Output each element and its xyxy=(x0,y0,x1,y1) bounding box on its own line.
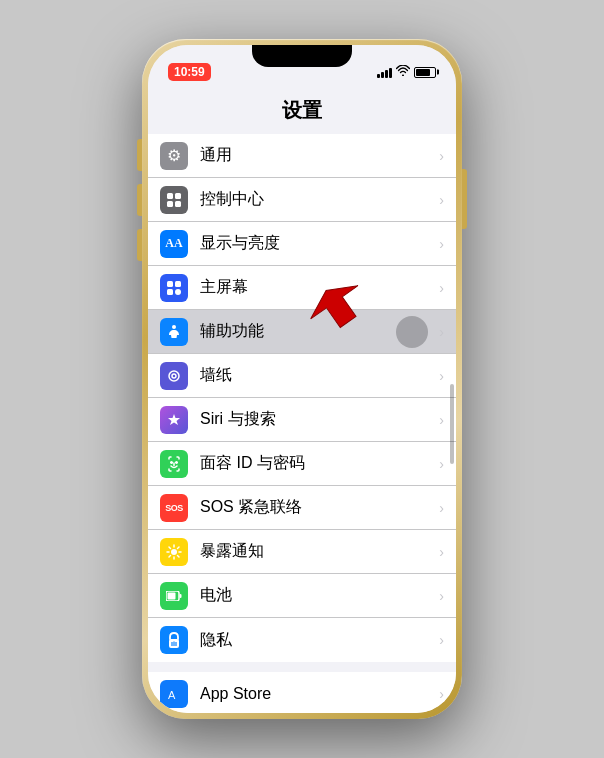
display-chevron: › xyxy=(439,236,444,252)
face-id-chevron: › xyxy=(439,456,444,472)
display-icon: AA xyxy=(160,230,188,258)
settings-row-exposure[interactable]: 暴露通知 › xyxy=(148,530,456,574)
siri-chevron: › xyxy=(439,412,444,428)
home-screen-label: 主屏幕 xyxy=(200,277,435,298)
settings-row-battery[interactable]: 电池 › xyxy=(148,574,456,618)
settings-row-sos[interactable]: SOS SOS 紧急联络 › xyxy=(148,486,456,530)
exposure-chevron: › xyxy=(439,544,444,560)
svg-line-21 xyxy=(169,555,171,557)
battery-settings-icon xyxy=(160,582,188,610)
general-label: 通用 xyxy=(200,145,435,166)
svg-point-7 xyxy=(175,289,181,295)
scroll-indicator xyxy=(450,384,454,464)
wifi-icon xyxy=(396,65,410,79)
privacy-icon xyxy=(160,626,188,654)
svg-rect-3 xyxy=(175,201,181,207)
app-store-icon: A xyxy=(160,680,188,708)
home-screen-icon xyxy=(160,274,188,302)
settings-row-general[interactable]: ⚙ 通用 › xyxy=(148,134,456,178)
privacy-chevron: › xyxy=(439,632,444,648)
phone-screen: 10:59 xyxy=(148,45,456,713)
group-spacer-1 xyxy=(148,662,456,672)
settings-group-1: ⚙ 通用 › 控制中心 › xyxy=(148,134,456,662)
phone-frame: 10:59 xyxy=(142,39,462,719)
wallpaper-chevron: › xyxy=(439,368,444,384)
svg-rect-4 xyxy=(167,281,173,287)
accessibility-chevron: › xyxy=(439,324,444,340)
notch xyxy=(252,45,352,67)
status-time: 10:59 xyxy=(168,63,211,81)
settings-row-app-store[interactable]: A App Store › xyxy=(148,672,456,713)
app-store-chevron: › xyxy=(439,686,444,702)
privacy-label: 隐私 xyxy=(200,630,435,651)
exposure-icon xyxy=(160,538,188,566)
svg-line-19 xyxy=(178,555,180,557)
battery-icon xyxy=(414,67,436,78)
svg-rect-0 xyxy=(167,193,173,199)
svg-text:A: A xyxy=(168,689,176,701)
page-title: 设置 xyxy=(148,89,456,134)
battery-label: 电池 xyxy=(200,585,435,606)
settings-row-siri[interactable]: Siri 与搜索 › xyxy=(148,398,456,442)
siri-label: Siri 与搜索 xyxy=(200,409,435,430)
svg-point-8 xyxy=(172,325,176,329)
accessibility-icon xyxy=(160,318,188,346)
svg-point-13 xyxy=(171,549,177,555)
settings-row-face-id[interactable]: 面容 ID 与密码 › xyxy=(148,442,456,486)
svg-point-10 xyxy=(172,374,176,378)
control-center-label: 控制中心 xyxy=(200,189,435,210)
control-center-icon xyxy=(160,186,188,214)
siri-icon xyxy=(160,406,188,434)
battery-chevron: › xyxy=(439,588,444,604)
settings-row-display[interactable]: AA 显示与亮度 › xyxy=(148,222,456,266)
status-icons xyxy=(377,65,436,79)
settings-row-home-screen[interactable]: 主屏幕 › xyxy=(148,266,456,310)
svg-rect-24 xyxy=(180,594,182,598)
sos-label: SOS 紧急联络 xyxy=(200,497,435,518)
status-bar: 10:59 xyxy=(148,45,456,89)
wallpaper-label: 墙纸 xyxy=(200,365,435,386)
svg-rect-2 xyxy=(167,201,173,207)
wallpaper-icon xyxy=(160,362,188,390)
svg-line-18 xyxy=(169,547,171,549)
signal-icon xyxy=(377,66,392,78)
settings-row-control-center[interactable]: 控制中心 › xyxy=(148,178,456,222)
exposure-label: 暴露通知 xyxy=(200,541,435,562)
svg-rect-1 xyxy=(175,193,181,199)
home-screen-chevron: › xyxy=(439,280,444,296)
svg-rect-6 xyxy=(167,289,173,295)
svg-point-11 xyxy=(171,461,173,463)
svg-point-12 xyxy=(176,461,178,463)
settings-group-2: A App Store › 钱包与 Apple Pay xyxy=(148,672,456,713)
sos-chevron: › xyxy=(439,500,444,516)
display-label: 显示与亮度 xyxy=(200,233,435,254)
svg-rect-23 xyxy=(168,592,176,599)
app-store-label: App Store xyxy=(200,685,435,703)
svg-line-20 xyxy=(178,547,180,549)
toggle-button[interactable] xyxy=(396,316,428,348)
general-icon: ⚙ xyxy=(160,142,188,170)
svg-rect-5 xyxy=(175,281,181,287)
general-chevron: › xyxy=(439,148,444,164)
settings-row-accessibility[interactable]: 辅助功能 › xyxy=(148,310,456,354)
settings-scroll[interactable]: ⚙ 通用 › 控制中心 › xyxy=(148,134,456,713)
settings-row-privacy[interactable]: 隐私 › xyxy=(148,618,456,662)
sos-icon: SOS xyxy=(160,494,188,522)
settings-row-wallpaper[interactable]: 墙纸 › xyxy=(148,354,456,398)
face-id-label: 面容 ID 与密码 xyxy=(200,453,435,474)
face-id-icon xyxy=(160,450,188,478)
svg-point-9 xyxy=(169,371,179,381)
control-center-chevron: › xyxy=(439,192,444,208)
